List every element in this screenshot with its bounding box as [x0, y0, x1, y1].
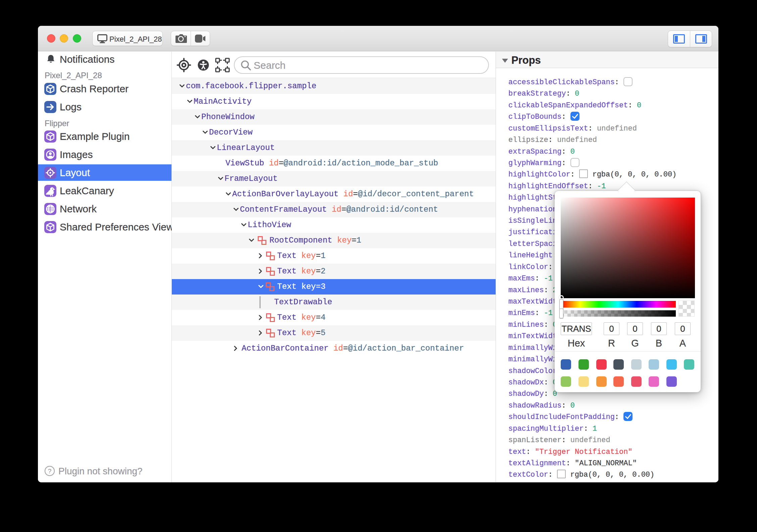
svg-text:?: ?: [48, 468, 52, 475]
